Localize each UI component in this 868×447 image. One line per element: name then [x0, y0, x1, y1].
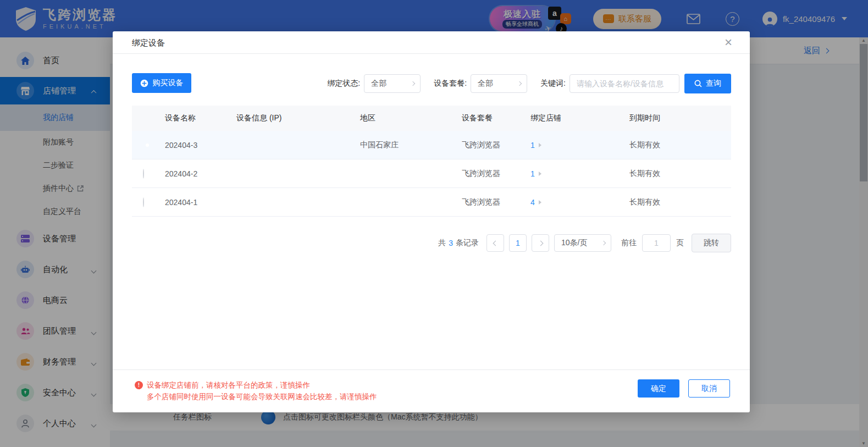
col-expire-time: 到期时间 [629, 113, 731, 123]
search-icon [694, 80, 702, 87]
page-unit-label: 页 [676, 238, 684, 248]
keyword-input[interactable] [570, 74, 679, 93]
device-name: 202404-1 [165, 198, 236, 207]
filter-bar: 绑定状态: 全部 设备套餐: 全部 关键词: 查询 [327, 74, 731, 93]
modal-title: 绑定设备 [132, 38, 165, 48]
keyword-label: 关键词: [540, 79, 566, 89]
table-header-row: 设备名称 设备信息 (IP) 地区 设备套餐 绑定店铺 到期时间 [132, 106, 731, 131]
device-name: 202404-2 [165, 169, 236, 178]
bind-device-modal: 绑定设备 × 购买设备 绑定状态: 全部 设备套餐: 全部 关键词: 查询 [113, 31, 750, 412]
device-table: 设备名称 设备信息 (IP) 地区 设备套餐 绑定店铺 到期时间 202404-… [132, 106, 731, 217]
pagination: 共 3 条记录 1 10条/页 前往 页 跳转 [438, 234, 731, 252]
chevron-right-icon [538, 240, 543, 246]
table-row[interactable]: 202404-2 飞跨浏览器 1 长期有效 [132, 159, 731, 188]
col-package: 设备套餐 [462, 113, 530, 123]
table-row[interactable]: 202404-3 中国石家庄 飞跨浏览器 1 长期有效 [132, 131, 731, 159]
page-size-select[interactable]: 10条/页 [554, 234, 611, 252]
search-button[interactable]: 查询 [684, 74, 731, 93]
chevron-left-icon [493, 240, 498, 246]
device-region: 中国石家庄 [360, 140, 462, 150]
next-page-button[interactable] [532, 234, 549, 252]
col-device-name: 设备名称 [165, 113, 236, 123]
bound-shops-link[interactable]: 4 [530, 198, 629, 207]
jump-button[interactable]: 跳转 [692, 234, 731, 252]
buy-device-button[interactable]: 购买设备 [132, 73, 191, 93]
close-icon[interactable]: × [721, 35, 736, 50]
device-expire: 长期有效 [629, 140, 731, 150]
current-page-button[interactable]: 1 [509, 234, 527, 252]
warning-text-block: ! 设备绑定店铺前，请核对各平台的政策，谨慎操作 多个店铺同时使用同一设备可能会… [135, 379, 377, 402]
col-device-info: 设备信息 (IP) [236, 113, 360, 123]
bound-shops-link[interactable]: 1 [530, 141, 629, 150]
cancel-button[interactable]: 取消 [688, 379, 730, 398]
modal-footer-divider [113, 369, 750, 370]
warning-line1: 设备绑定店铺前，请核对各平台的政策，谨慎操作 [147, 379, 310, 391]
device-name: 202404-3 [165, 141, 236, 150]
row-radio[interactable] [143, 197, 144, 207]
plus-circle-icon [140, 79, 148, 87]
warning-icon: ! [135, 381, 143, 389]
expand-triangle-icon [539, 172, 541, 176]
warning-line2: 多个店铺同时使用同一设备可能会导致关联网速会比较差，请谨慎操作 [147, 391, 377, 402]
col-region: 地区 [360, 113, 462, 123]
expand-triangle-icon [539, 143, 541, 147]
modal-title-divider [113, 53, 750, 54]
chevron-right-icon [601, 241, 606, 245]
device-package: 飞跨浏览器 [462, 197, 530, 207]
page: 飞跨浏览器 FEIKUA.NET 极速入驻 畅享全球商机 a ⌂ ♪ ✈ ...… [0, 0, 868, 447]
row-radio[interactable] [143, 169, 144, 179]
goto-page-input[interactable] [642, 234, 671, 252]
device-expire: 长期有效 [629, 169, 731, 179]
chevron-right-icon [411, 81, 415, 86]
device-package-select[interactable]: 全部 [471, 74, 527, 93]
device-expire: 长期有效 [629, 197, 731, 207]
bind-status-select[interactable]: 全部 [364, 74, 421, 93]
device-package: 飞跨浏览器 [462, 169, 530, 179]
col-bound-shops: 绑定店铺 [530, 113, 629, 123]
prev-page-button[interactable] [486, 234, 504, 252]
pagination-total: 共 3 条记录 [438, 238, 479, 248]
bind-status-label: 绑定状态: [327, 79, 360, 89]
device-package: 飞跨浏览器 [462, 140, 530, 150]
expand-triangle-icon [539, 200, 541, 205]
goto-label: 前往 [621, 238, 637, 248]
bound-shops-link[interactable]: 1 [530, 169, 629, 178]
chevron-right-icon [517, 81, 522, 86]
confirm-button[interactable]: 确定 [638, 379, 679, 398]
table-row[interactable]: 202404-1 飞跨浏览器 4 长期有效 [132, 188, 731, 217]
device-package-label: 设备套餐: [434, 79, 467, 89]
